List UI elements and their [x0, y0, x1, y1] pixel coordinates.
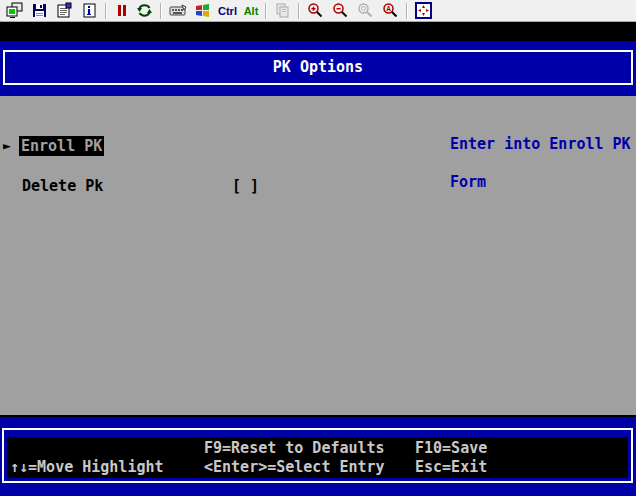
zoom-auto-icon: A — [382, 2, 399, 19]
refresh-button[interactable] — [132, 1, 157, 21]
toolbar-separator — [160, 3, 162, 19]
hint-reset-defaults: F9=Reset to Defaults — [204, 441, 385, 456]
pause-icon — [113, 2, 130, 19]
toolbar-separator — [105, 3, 107, 19]
bios-form-area: ► Enroll PK Delete Pk [ ] Enter into Enr… — [0, 96, 636, 415]
full-screen-button[interactable] — [411, 1, 436, 21]
zoom-out-button[interactable] — [328, 1, 353, 21]
bios-title-frame: PK Options — [3, 50, 633, 85]
ctrl-key-button[interactable]: Ctrl — [215, 1, 240, 21]
ctrl-alt-del-button[interactable] — [165, 1, 190, 21]
connection-info-icon — [81, 2, 98, 19]
win-key-button[interactable] — [190, 1, 215, 21]
win-key-icon — [194, 2, 211, 19]
refresh-icon — [136, 2, 153, 19]
zoom-in-icon — [307, 2, 324, 19]
toolbar-separator — [265, 3, 267, 19]
zoom-in-button[interactable] — [303, 1, 328, 21]
copy-button[interactable] — [270, 1, 295, 21]
bios-footer-bar: F9=Reset to Defaults F10=Save ↑↓=Move Hi… — [0, 417, 636, 496]
vnc-toolbar: Ctrl Alt — [0, 0, 636, 22]
connection-options-icon — [56, 2, 73, 19]
zoom-auto-button[interactable]: A — [378, 1, 403, 21]
bios-screen: PK Options ► Enroll PK Delete Pk [ ] Ent… — [0, 22, 636, 496]
selection-arrow-icon: ► — [3, 136, 11, 156]
zoom-100-button[interactable] — [353, 1, 378, 21]
full-screen-icon — [415, 2, 432, 19]
alt-key-button[interactable]: Alt — [240, 1, 262, 21]
hint-select-entry: <Enter>=Select Entry — [204, 460, 385, 475]
connection-info-button[interactable] — [77, 1, 102, 21]
hint-move-highlight: ↑↓=Move Highlight — [10, 460, 164, 475]
save-button[interactable] — [27, 1, 52, 21]
menu-item-enroll-pk[interactable]: Enroll PK — [19, 136, 104, 156]
new-connection-button[interactable] — [2, 1, 27, 21]
hint-save: F10=Save — [415, 441, 487, 456]
new-connection-icon — [6, 2, 23, 19]
page-title: PK Options — [5, 52, 631, 83]
help-panel: Enter into Enroll PK Form — [450, 116, 634, 192]
hint-exit: Esc=Exit — [415, 460, 487, 475]
bios-title-bar: PK Options — [0, 41, 636, 96]
alt-key-label: Alt — [244, 5, 259, 17]
help-line-2: Form — [450, 173, 486, 191]
vnc-viewer-window: Ctrl Alt — [0, 0, 636, 496]
delete-pk-checkbox[interactable]: [ ] — [232, 176, 259, 196]
ctrl-alt-del-icon — [169, 2, 187, 19]
toolbar-separator — [406, 3, 408, 19]
svg-text:A: A — [386, 5, 391, 12]
pause-button[interactable] — [110, 1, 132, 21]
help-line-1: Enter into Enroll PK — [450, 135, 631, 153]
toolbar-separator — [298, 3, 300, 19]
zoom-out-icon — [332, 2, 349, 19]
connection-options-button[interactable] — [52, 1, 77, 21]
save-icon — [31, 2, 48, 19]
menu-item-delete-pk[interactable]: Delete Pk — [22, 176, 103, 196]
zoom-100-icon — [357, 2, 374, 19]
ctrl-key-label: Ctrl — [218, 5, 237, 17]
copy-icon — [274, 2, 291, 19]
